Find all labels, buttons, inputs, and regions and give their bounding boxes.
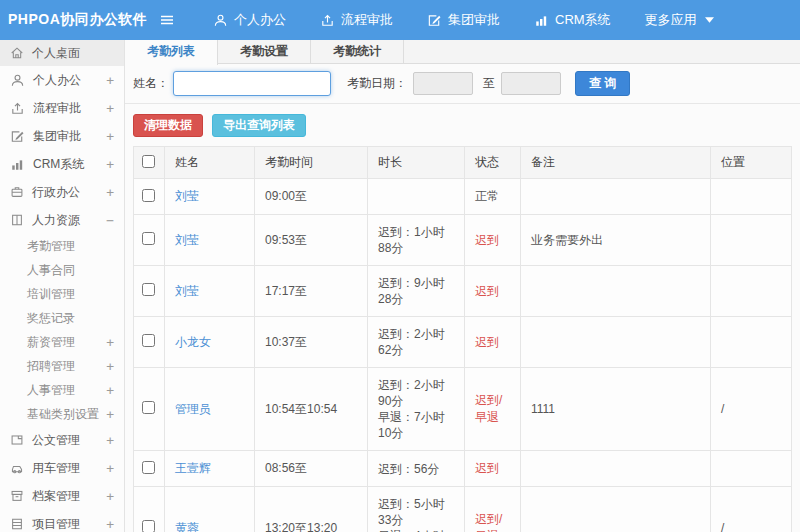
name-cell: 刘莹: [165, 215, 255, 266]
doc-icon: [10, 433, 24, 447]
employee-name-link[interactable]: 小龙女: [175, 335, 211, 349]
employee-name-link[interactable]: 刘莹: [175, 189, 199, 203]
nav-item-more-apps[interactable]: 更多应用: [628, 0, 731, 40]
row-checkbox[interactable]: [142, 520, 155, 532]
row-checkbox[interactable]: [142, 283, 155, 296]
share-icon: [320, 13, 335, 28]
expand-toggle-icon[interactable]: +: [106, 407, 114, 422]
nav-item-label: 集团审批: [448, 11, 500, 29]
search-button[interactable]: 查 询: [575, 71, 630, 96]
select-all-cell: [134, 147, 165, 179]
employee-name-link[interactable]: 管理员: [175, 402, 211, 416]
nav-item-personal-office[interactable]: 个人办公: [196, 0, 303, 40]
expand-toggle-icon[interactable]: +: [106, 129, 114, 144]
tab-attendance-settings[interactable]: 考勤设置: [218, 40, 311, 63]
employee-name-link[interactable]: 刘莹: [175, 284, 199, 298]
nav-item-workflow-approval[interactable]: 流程审批: [303, 0, 410, 40]
employee-name-link[interactable]: 黄蓉: [175, 521, 199, 532]
sidebar-item-human-resources[interactable]: 人力资源−: [0, 206, 124, 234]
nav-item-crm-system[interactable]: CRM系统: [517, 0, 628, 40]
row-select-cell: [134, 451, 165, 487]
hamburger-menu-icon[interactable]: [158, 12, 178, 28]
sidebar-item-document-mgmt[interactable]: 公文管理+: [0, 426, 124, 454]
sidebar-subitem-hr-contract[interactable]: 人事合同: [0, 258, 124, 282]
sidebar-subitem-training-mgmt[interactable]: 培训管理: [0, 282, 124, 306]
remark-cell: [521, 487, 711, 532]
sidebar-item-crm-system[interactable]: CRM系统+: [0, 150, 124, 178]
table-row: 刘莹09:00至正常: [134, 179, 792, 215]
sidebar-subitem-reward-records[interactable]: 奖惩记录: [0, 306, 124, 330]
clean-data-button[interactable]: 清理数据: [133, 114, 203, 137]
duration-cell: 迟到：56分: [368, 451, 465, 487]
nav-item-group-approval[interactable]: 集团审批: [410, 0, 517, 40]
attendance-time-cell: 09:00至: [255, 179, 368, 215]
sidebar-subitem-salary-mgmt[interactable]: 薪资管理+: [0, 330, 124, 354]
sidebar-item-personal-desktop[interactable]: 个人桌面: [0, 40, 124, 66]
status-cell: 迟到/早退: [465, 368, 521, 451]
app-logo[interactable]: PHPOA协同办公软件: [0, 11, 158, 29]
sidebar-subitem-recruit-mgmt[interactable]: 招聘管理+: [0, 354, 124, 378]
sidebar-subitem-attendance-mgmt[interactable]: 考勤管理: [0, 234, 124, 258]
home-icon: [10, 46, 24, 60]
expand-toggle-icon[interactable]: +: [106, 383, 114, 398]
table-row: 刘莹09:53至迟到：1小时88分迟到业务需要外出: [134, 215, 792, 266]
employee-name-link[interactable]: 刘莹: [175, 233, 199, 247]
expand-toggle-icon[interactable]: +: [106, 517, 114, 532]
sidebar-item-label: 个人办公: [33, 72, 98, 89]
select-all-checkbox[interactable]: [142, 155, 155, 168]
remark-cell: 业务需要外出: [521, 215, 711, 266]
date-end-input[interactable]: [501, 72, 561, 95]
sidebar-subitem-personnel-mgmt[interactable]: 人事管理+: [0, 378, 124, 402]
row-checkbox[interactable]: [142, 189, 155, 202]
row-checkbox[interactable]: [142, 401, 155, 414]
export-list-button[interactable]: 导出查询列表: [212, 114, 306, 137]
briefcase-icon: [10, 185, 24, 199]
sidebar-subitem-label: 薪资管理: [27, 334, 106, 351]
tab-attendance-list[interactable]: 考勤列表: [125, 40, 218, 65]
sidebar-item-admin-office[interactable]: 行政办公+: [0, 178, 124, 206]
expand-toggle-icon[interactable]: +: [106, 489, 114, 504]
expand-toggle-icon[interactable]: +: [106, 185, 114, 200]
sidebar-item-workflow-approval[interactable]: 流程审批+: [0, 94, 124, 122]
location-cell: [711, 215, 792, 266]
expand-toggle-icon[interactable]: +: [106, 335, 114, 350]
sidebar-item-archive-mgmt[interactable]: 档案管理+: [0, 482, 124, 510]
name-cell: 刘莹: [165, 179, 255, 215]
row-select-cell: [134, 368, 165, 451]
duration-cell: [368, 179, 465, 215]
column-header-3: 状态: [465, 147, 521, 179]
expand-toggle-icon[interactable]: +: [106, 101, 114, 116]
table-header-row: 姓名考勤时间时长状态备注位置: [134, 147, 792, 179]
attendance-table: 姓名考勤时间时长状态备注位置 刘莹09:00至正常刘莹09:53至迟到：1小时8…: [133, 146, 792, 532]
date-start-input[interactable]: [413, 72, 473, 95]
tab-attendance-stats[interactable]: 考勤统计: [311, 40, 404, 63]
content-panel: 考勤列表考勤设置考勤统计 姓名： 考勤日期： 至 查 询 清理数据 导出查询列表…: [125, 40, 800, 532]
row-checkbox[interactable]: [142, 232, 155, 245]
sidebar-item-label: 个人桌面: [32, 45, 114, 62]
expand-toggle-icon[interactable]: −: [106, 213, 114, 228]
sidebar-item-group-approval[interactable]: 集团审批+: [0, 122, 124, 150]
expand-toggle-icon[interactable]: +: [106, 73, 114, 88]
duration-cell: 迟到：2小时90分早退：7小时10分: [368, 368, 465, 451]
expand-toggle-icon[interactable]: +: [106, 461, 114, 476]
sidebar-item-personal-office[interactable]: 个人办公+: [0, 66, 124, 94]
sidebar-item-project-mgmt[interactable]: 项目管理+: [0, 510, 124, 532]
expand-toggle-icon[interactable]: +: [106, 359, 114, 374]
sidebar-item-vehicle-mgmt[interactable]: 用车管理+: [0, 454, 124, 482]
attendance-time-cell: 08:56至: [255, 451, 368, 487]
status-cell: 迟到: [465, 215, 521, 266]
status-cell: 迟到/早退: [465, 487, 521, 532]
attendance-time-cell: 17:17至: [255, 266, 368, 317]
expand-toggle-icon[interactable]: +: [106, 433, 114, 448]
sidebar-subitem-label: 考勤管理: [27, 238, 114, 255]
sidebar-subitem-base-category[interactable]: 基础类别设置+: [0, 402, 124, 426]
row-checkbox[interactable]: [142, 334, 155, 347]
duration-cell: 迟到：9小时28分: [368, 266, 465, 317]
employee-name-link[interactable]: 王壹辉: [175, 461, 211, 475]
edit-icon: [10, 129, 25, 144]
expand-toggle-icon[interactable]: +: [106, 157, 114, 172]
row-checkbox[interactable]: [142, 461, 155, 474]
name-input[interactable]: [173, 71, 331, 96]
location-cell: [711, 317, 792, 368]
filter-bar: 姓名： 考勤日期： 至 查 询: [125, 64, 800, 104]
